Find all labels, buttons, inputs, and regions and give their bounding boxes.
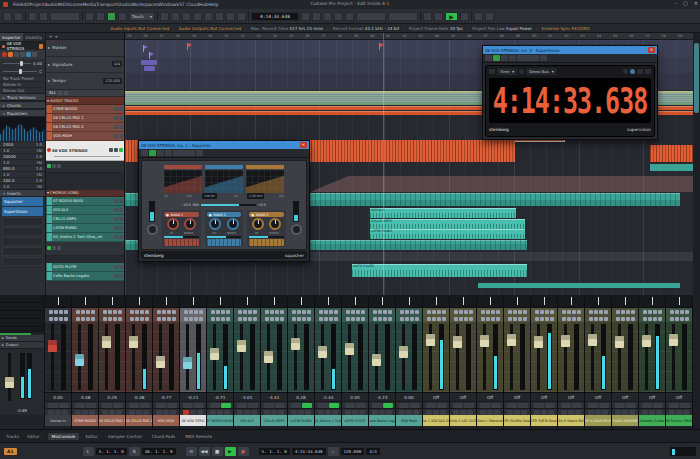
edit-button[interactable] <box>622 410 628 415</box>
solo-button[interactable] <box>167 403 177 408</box>
edit-button[interactable] <box>109 410 115 415</box>
grid-type-dropdown[interactable] <box>356 12 386 21</box>
channel-button[interactable] <box>432 310 436 314</box>
channel-button[interactable] <box>562 310 566 314</box>
pan-indicator[interactable] <box>436 297 437 305</box>
mixer-channel-stem-wood[interactable]: -3.48STEM WOOD <box>72 295 99 429</box>
channel-button[interactable] <box>437 317 441 321</box>
channel-button[interactable] <box>685 310 689 314</box>
supervision-title-bar[interactable]: 08 VOX STRINGS: Ins. 2 - SuperVision ✕ <box>483 46 657 54</box>
channel-button[interactable] <box>454 310 458 314</box>
channel-button[interactable] <box>86 317 90 321</box>
channel-rack[interactable] <box>126 295 152 308</box>
crossover-mid-high[interactable]: 2.50 kHz <box>247 193 264 199</box>
channel-button[interactable] <box>103 317 107 321</box>
up-knob[interactable] <box>167 218 179 230</box>
channel-button[interactable] <box>324 317 328 321</box>
channel-button[interactable] <box>270 317 274 321</box>
track-row-vox-high[interactable]: VOX HIGH <box>46 132 124 141</box>
automation-mode-dropdown[interactable]: Touch▾ <box>129 12 155 21</box>
channel-button[interactable] <box>130 310 134 314</box>
channel-button[interactable] <box>599 310 603 314</box>
edit-button[interactable] <box>379 410 385 415</box>
channel-button[interactable] <box>594 310 598 314</box>
channel-button[interactable] <box>621 317 625 321</box>
band-mix-slider[interactable] <box>207 236 242 238</box>
automation-button[interactable] <box>278 410 284 415</box>
zoom-tool[interactable] <box>215 12 224 21</box>
channel-rack[interactable] <box>477 295 503 308</box>
mixer-channel-04-violins-1-tutti[interactable]: -2.4404_Violins 1 Tutti <box>315 295 342 429</box>
channel-button[interactable] <box>172 317 176 321</box>
channel-button[interactable] <box>211 310 215 314</box>
edit-button[interactable] <box>487 410 493 415</box>
fader-handle[interactable] <box>534 336 543 348</box>
lower-tab-sampler-control[interactable]: Sampler Control <box>104 433 146 440</box>
channel-button[interactable] <box>427 317 431 321</box>
channel-name-label[interactable]: 08 CELLO PAD 2 <box>126 415 152 426</box>
solo-icon[interactable] <box>119 217 123 221</box>
solo-button[interactable] <box>545 403 555 408</box>
audio-event[interactable] <box>650 145 693 162</box>
channel-name-label[interactable]: W A LOAD MCK <box>585 415 611 426</box>
channel-button[interactable] <box>410 317 414 321</box>
audio-event[interactable] <box>650 164 693 171</box>
channel-button[interactable] <box>616 317 620 321</box>
solo-button[interactable] <box>491 403 501 408</box>
channel-button[interactable] <box>508 310 512 314</box>
channel-button[interactable] <box>81 317 85 321</box>
channel-button[interactable] <box>302 310 306 314</box>
tempo-display[interactable]: 120.000 <box>341 448 365 455</box>
pan-indicator[interactable] <box>139 297 140 305</box>
channel-rack[interactable] <box>369 295 395 308</box>
record-button[interactable] <box>642 410 648 415</box>
solo-button[interactable] <box>275 403 285 408</box>
channel-button[interactable] <box>238 317 242 321</box>
channel-name-label[interactable]: GTR Tuff B Down <box>531 415 557 426</box>
channel-button[interactable] <box>535 317 539 321</box>
toolbar-button[interactable] <box>485 12 494 21</box>
channel-button[interactable] <box>361 310 365 314</box>
channel-button[interactable] <box>243 317 247 321</box>
fader-handle[interactable] <box>507 334 516 346</box>
insert-slot-empty[interactable] <box>2 247 43 256</box>
channel-button[interactable] <box>567 310 571 314</box>
pan-slider[interactable] <box>3 71 37 72</box>
automation-button[interactable] <box>116 410 122 415</box>
all-tracks-row[interactable]: ALL <box>46 90 124 97</box>
edit-button[interactable] <box>649 410 655 415</box>
edit-button[interactable] <box>163 410 169 415</box>
band-select-pill[interactable]: ●BAND 2 <box>207 212 242 217</box>
mix-slider[interactable] <box>201 204 256 206</box>
channel-button[interactable] <box>91 317 95 321</box>
record-button[interactable] <box>453 410 459 415</box>
channel-rack[interactable] <box>315 295 341 308</box>
range-tool[interactable] <box>171 12 180 21</box>
mixer-channel-08-cello-pad-1[interactable]: 0.2908 CELLO PAD 1 <box>99 295 126 429</box>
channel-button[interactable] <box>162 310 166 314</box>
squasher-title-bar[interactable]: 08 VOX STRINGS: Ins. 1 - Squasher ✕ <box>139 141 309 149</box>
mute-icon[interactable] <box>114 107 118 111</box>
eq-curve-display[interactable] <box>0 117 45 141</box>
mute-button[interactable] <box>507 403 517 408</box>
mute-button[interactable] <box>453 403 463 408</box>
menu-item-file[interactable]: File <box>13 2 21 7</box>
channel-button[interactable] <box>496 310 500 314</box>
menu-item-studio[interactable]: Studio <box>117 2 131 7</box>
solo-icon[interactable] <box>119 274 123 278</box>
channel-button[interactable] <box>427 310 431 314</box>
setup-toolbar-button[interactable] <box>14 12 23 21</box>
record-button[interactable] <box>615 410 621 415</box>
crossover-low-mid[interactable]: 120 Hz <box>202 193 217 199</box>
erase-tool[interactable] <box>204 12 213 21</box>
mixer-channel-auto-flute[interactable]: 0.00AUTO FLUTE <box>342 295 369 429</box>
mixer-channel-gtr-shuffle-down[interactable]: OffGTR Shuffle Down <box>504 295 531 429</box>
left-zone-tab-tracks[interactable]: Tracks <box>3 433 22 440</box>
mixer-channel-latin-piano[interactable]: 0.28LATIN PIANO <box>288 295 315 429</box>
section-chords[interactable]: ▸Chords <box>0 101 45 109</box>
record-button[interactable] <box>345 410 351 415</box>
channel-button[interactable] <box>145 317 149 321</box>
arranger-badge[interactable]: A1 <box>4 448 17 455</box>
automation-button[interactable] <box>521 410 527 415</box>
channel-name-label[interactable]: 08 CELLO PAD 1 <box>99 415 125 426</box>
